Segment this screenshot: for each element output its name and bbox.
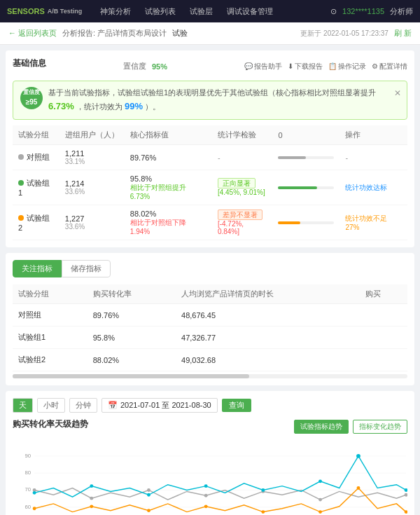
badge-text: 置信度	[23, 88, 40, 97]
exp1-line	[34, 456, 406, 497]
chart-dot	[90, 497, 93, 500]
metric-cell: 95.8% 相比于对照组提升 6.73%	[125, 170, 212, 205]
col-bar: 0	[272, 125, 340, 145]
users-cell: 1,211 33.1%	[59, 145, 125, 170]
ind-col-duration: 人均浏览产品详情页的时长	[176, 284, 360, 304]
ind-group: 试验组2	[13, 349, 88, 371]
chart-dot	[90, 485, 93, 488]
chart-dot	[90, 505, 93, 509]
chart-dot	[147, 509, 150, 513]
analyst-label: 分析师	[390, 6, 413, 17]
day-btn[interactable]: 天	[13, 398, 33, 413]
stat-cell: -	[212, 145, 273, 170]
basic-info-section: 基础信息 置信度 95% 💬 报告助手 ⬇ 下载报告 📋 操作记录	[6, 50, 414, 247]
chart-dot	[261, 511, 265, 514]
log-icon: 📋	[328, 62, 337, 70]
config-btn[interactable]: ⚙ 配置详情	[372, 62, 407, 71]
download-btn[interactable]: ⬇ 下载报告	[288, 62, 323, 71]
users-cell: 1,227 33.6%	[59, 205, 125, 240]
tag-positive: 正向显著	[218, 178, 255, 188]
tab-saved[interactable]: 储存指标	[62, 260, 111, 277]
alert-banner: 置信度 ≥95 ✕ 基于当前试验指标，试验组试验组1的表现明显优先于其他试验组（…	[13, 81, 407, 120]
alert-text: 基于当前试验指标，试验组试验组1的表现明显优先于其他试验组（核心指标相比对照组显…	[48, 88, 376, 97]
ind-group: 对照组	[13, 304, 88, 327]
chart-area: 90 80 70 60 50 40	[13, 446, 407, 515]
back-btn[interactable]: ← 返回列表页	[8, 28, 57, 39]
badge-value: ≥95	[26, 97, 38, 108]
tab-attention[interactable]: 关注指标	[13, 260, 62, 277]
chart-section: 天 小时 分钟 📅 2021-07-01 至 2021-08-30 查询 购买转…	[6, 391, 414, 515]
action-cell: -	[340, 145, 407, 170]
group-dot	[18, 180, 24, 186]
confidence-label: 置信度	[123, 61, 146, 71]
nav-analysis[interactable]: 神策分析	[97, 6, 134, 17]
date-range-display[interactable]: 📅 2021-07-01 至 2021-08-30	[102, 398, 218, 413]
sub-nav-right: 更新于 2022-01-05 17:23:37 刷 新	[300, 28, 412, 39]
chart-dot	[318, 480, 322, 483]
ind-col-rate: 购买转化率	[88, 284, 176, 304]
nav-layers[interactable]: 试验层	[187, 6, 216, 17]
minute-btn[interactable]: 分钟	[69, 398, 97, 413]
nav-experiments[interactable]: 试验列表	[142, 6, 178, 17]
indicator-tabs: 关注指标 储存指标	[13, 260, 407, 277]
alert-text3: ）。	[145, 102, 160, 111]
sub-navigation: ← 返回列表页 分析报告: 产品详情页布局设计 试验 更新于 2022-01-0…	[0, 22, 420, 45]
metric-cell: 88.02% 相比于对照组下降 1.94%	[125, 205, 212, 240]
ind-purchase	[360, 304, 407, 327]
scroll-bar[interactable]	[13, 374, 407, 378]
group-cell: 试验组2	[13, 205, 59, 240]
tag-negative: 差异不显著	[218, 210, 262, 220]
action-link[interactable]: 统计功效达标	[345, 184, 387, 191]
log-btn[interactable]: 📋 操作记录	[328, 62, 366, 71]
table-row: 试验组2 1,227 33.6% 88.02% 相比于对照组下降 1.94% 差…	[13, 205, 407, 240]
indicator-table: 试验分组 购买转化率 人均浏览产品详情页的时长 购买 对照组 89.76% 48…	[13, 284, 407, 371]
svg-text:60: 60	[25, 504, 31, 510]
bar-cell	[272, 170, 340, 205]
confidence-display: 置信度 95%	[123, 61, 167, 71]
nav-items: 神策分析 试验列表 试验层 调试设备管理	[97, 6, 276, 17]
change-btn[interactable]: 指标变化趋势	[353, 420, 407, 434]
group-cell: 试验组1	[13, 170, 59, 205]
ind-group: 试验组1	[13, 327, 88, 349]
breadcrumb: 分析报告: 产品详情页布局设计	[62, 28, 167, 39]
log-label: 操作记录	[338, 62, 366, 71]
ind-purchase	[360, 327, 407, 349]
hour-btn[interactable]: 小时	[37, 398, 65, 413]
trend-btn[interactable]: 试验指标趋势	[294, 420, 349, 434]
help-label: 报告助手	[254, 62, 282, 71]
ind-duration: 48,676.45	[176, 304, 360, 327]
col-metric: 核心指标值	[125, 125, 212, 145]
stat-cell: 正向显著 [4.45%, 9.01%]	[212, 170, 273, 205]
download-icon: ⬇	[288, 62, 293, 70]
chart-dot-spike	[356, 454, 360, 458]
chart-dot	[261, 488, 265, 492]
chart-header: 购买转化率天级趋势 试验指标趋势 指标变化趋势	[13, 418, 407, 434]
confidence-value: 95%	[152, 62, 167, 71]
help-btn[interactable]: 💬 报告助手	[244, 62, 282, 71]
indicator-section: 关注指标 储存指标 试验分组 购买转化率 人均浏览产品详情页的时长 购买 对照组…	[6, 253, 414, 385]
alert-highlight2: 99%	[125, 101, 143, 111]
stat-cell: 差异不显著 [-4.72%, 0.84%]	[212, 205, 273, 240]
scroll-thumb	[13, 374, 249, 378]
table-row: 试验组1 95.8% 47,326.77	[13, 327, 407, 349]
table-row: 试验组1 1,214 33.6% 95.8% 相比于对照组提升 6.73% 正向…	[13, 170, 407, 205]
col-users: 进组用户（人）	[59, 125, 125, 145]
chart-dot	[204, 485, 208, 488]
help-icon: 💬	[244, 62, 253, 70]
metric-cell: 89.76%	[125, 145, 212, 170]
logo-sub: A/B Testing	[48, 8, 82, 15]
chart-dot	[204, 494, 208, 497]
config-icon: ⚙	[372, 62, 378, 70]
close-alert-btn[interactable]: ✕	[394, 87, 401, 100]
alert-highlight1: 6.73%	[48, 101, 74, 111]
table-row: 对照组 89.76% 48,676.45	[13, 304, 407, 327]
action-cell: 统计功效达标	[340, 170, 407, 205]
main-content: 基础信息 置信度 95% 💬 报告助手 ⬇ 下载报告 📋 操作记录	[0, 45, 420, 515]
nav-debug[interactable]: 调试设备管理	[224, 6, 276, 17]
query-btn[interactable]: 查询	[222, 399, 251, 412]
refresh-btn[interactable]: 刷 新	[394, 28, 412, 39]
confidence-badge: 置信度 ≥95	[20, 87, 43, 109]
chart-type-btns: 试验指标趋势 指标变化趋势	[294, 420, 407, 434]
top-nav-right: ⊙ 132****1135 分析师	[330, 6, 413, 17]
chart-dot	[33, 507, 36, 511]
